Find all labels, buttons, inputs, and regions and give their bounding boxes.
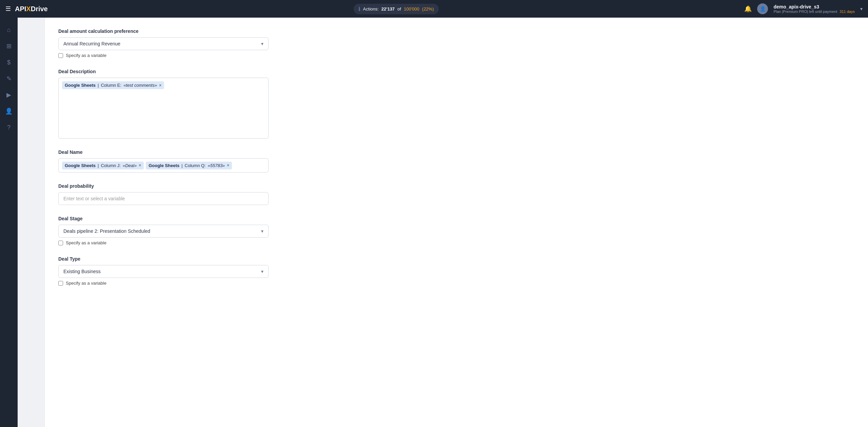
actions-count: 22'137 [381,6,395,12]
logo-drive-text: Drive [31,5,48,13]
deal-amount-dropdown[interactable]: Annual Recurring Revenue ▾ [58,37,269,50]
user-plan: Plan |Premium PRO| left until payment 31… [773,9,855,14]
deal-description-label: Deal Description [58,69,854,74]
deal-stage-value: Deals pipeline 2: Presentation Scheduled [63,228,150,234]
actions-badge: ℹ Actions: 22'137 of 100'000 (22%) [354,4,439,14]
header-left: ☰ API X Drive [5,5,48,13]
main-wrapper: Deal amount calculation preference Annua… [18,18,868,427]
deal-amount-label: Deal amount calculation preference [58,28,854,34]
chevron-down-icon: ▾ [261,269,263,274]
logo: API X Drive [15,5,48,13]
deal-amount-specify-row: Specify as a variable [58,53,854,58]
actions-total: 100'000 [404,6,419,12]
sidebar-item-grid[interactable]: ⊞ [2,39,16,53]
deal-name-label: Deal Name [58,149,854,155]
tag1-value: «test comments» [123,83,157,88]
info-icon: ℹ [358,6,360,12]
sidebar-item-billing[interactable]: $ [2,56,16,69]
tag1-column: Column E: [101,83,121,88]
tag2-value: «55783» [208,163,225,168]
tag1-column: Column J: [101,163,121,168]
deal-name-input[interactable]: Google Sheets | Column J: «Deal» × Googl… [58,158,269,172]
tag1-source: Google Sheets [65,163,96,168]
chevron-down-icon: ▾ [261,41,263,46]
deal-type-section: Deal Type Existing Business ▾ Specify as… [58,256,854,286]
chevron-down-icon: ▾ [261,228,263,234]
user-info: demo_apix-drive_s3 Plan |Premium PRO| le… [773,4,855,14]
actions-label: Actions: [363,6,379,12]
deal-description-tag: Google Sheets | Column E: «test comments… [62,81,164,89]
deal-stage-dropdown[interactable]: Deals pipeline 2: Presentation Scheduled… [58,225,269,238]
header-right: 🔔 👤 demo_apix-drive_s3 Plan |Premium PRO… [744,3,863,14]
deal-description-section: Deal Description Google Sheets | Column … [58,69,854,139]
deal-stage-section: Deal Stage Deals pipeline 2: Presentatio… [58,216,854,245]
actions-of: of [397,6,401,12]
deal-amount-specify-label: Specify as a variable [66,53,106,58]
hamburger-icon[interactable]: ☰ [5,5,11,13]
deal-name-tag2: Google Sheets | Column Q: «55783» × [146,162,232,169]
bell-icon[interactable]: 🔔 [744,5,752,13]
deal-type-specify-checkbox[interactable] [58,281,63,286]
deal-type-specify-row: Specify as a variable [58,281,854,286]
tag1-value: «Deal» [123,163,137,168]
deal-amount-value: Annual Recurring Revenue [63,41,120,46]
user-name: demo_apix-drive_s3 [773,4,855,9]
content-area: Deal amount calculation preference Annua… [45,18,868,427]
deal-stage-specify-checkbox[interactable] [58,241,63,245]
header: ☰ API X Drive ℹ Actions: 22'137 of 100'0… [0,0,868,18]
sidebar-item-edit[interactable]: ✎ [2,72,16,85]
deal-amount-specify-checkbox[interactable] [58,53,63,58]
avatar: 👤 [757,3,768,14]
sidebar-item-play[interactable]: ▶ [2,88,16,102]
left-panel [18,18,45,427]
sidebar-item-profile[interactable]: 👤 [2,104,16,118]
sidebar-item-help[interactable]: ? [2,121,16,134]
deal-stage-label: Deal Stage [58,216,854,221]
tag1-remove[interactable]: × [159,83,161,88]
deal-type-dropdown[interactable]: Existing Business ▾ [58,265,269,278]
deal-probability-input[interactable] [58,192,269,205]
tag2-column: Column Q: [185,163,206,168]
deal-type-specify-label: Specify as a variable [66,281,106,286]
tag2-source: Google Sheets [149,163,179,168]
sidebar: ⌂ ⊞ $ ✎ ▶ 👤 ? [0,18,18,427]
actions-percent: (22%) [422,6,434,12]
chevron-down-icon[interactable]: ▾ [860,6,863,12]
logo-api-text: API [15,5,26,13]
tag2-remove[interactable]: × [227,163,229,168]
tag1-remove[interactable]: × [139,163,141,168]
deal-name-tag1: Google Sheets | Column J: «Deal» × [62,162,144,169]
tag1-source: Google Sheets [65,83,96,88]
logo-x-text: X [26,5,31,13]
deal-description-input[interactable]: Google Sheets | Column E: «test comments… [58,78,269,139]
deal-type-label: Deal Type [58,256,854,262]
deal-probability-section: Deal probability [58,183,854,205]
sidebar-item-home[interactable]: ⌂ [2,23,16,37]
deal-stage-specify-row: Specify as a variable [58,240,854,245]
deal-type-value: Existing Business [63,269,101,274]
deal-stage-specify-label: Specify as a variable [66,240,106,245]
header-center: ℹ Actions: 22'137 of 100'000 (22%) [354,4,439,14]
deal-name-section: Deal Name Google Sheets | Column J: «Dea… [58,149,854,172]
deal-amount-section: Deal amount calculation preference Annua… [58,28,854,58]
deal-probability-label: Deal probability [58,183,854,189]
